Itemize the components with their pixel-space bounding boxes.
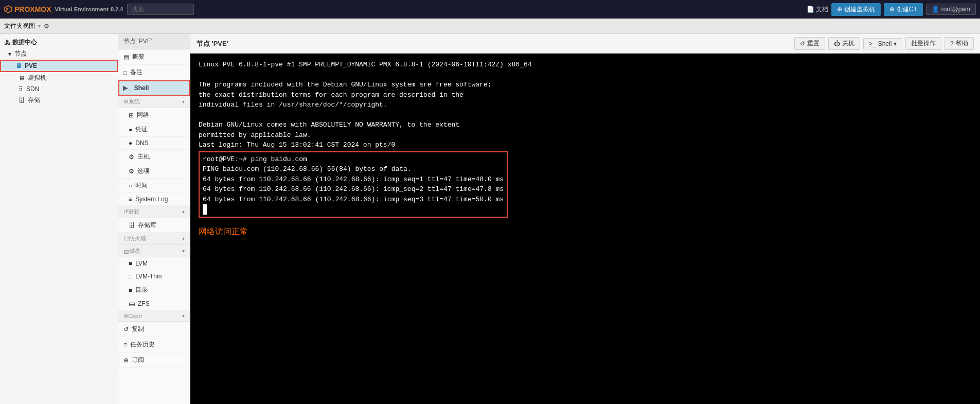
midpanel-item-subscribe[interactable]: ⊕ 订阅 (118, 353, 190, 368)
docs-icon: 📄 (807, 6, 814, 13)
sidebar-item-pve[interactable]: 🖥 PVE (0, 60, 118, 72)
midpanel-item-syslog[interactable]: ≡ System Log (118, 193, 190, 206)
shell-dropdown-icon: ▾ (894, 40, 897, 47)
midpanel-item-host[interactable]: ⚙ 主机 (118, 150, 190, 164)
sidebar-item-vm[interactable]: 🖥 虚拟机 (0, 72, 118, 84)
help-button[interactable]: ? 帮助 (945, 37, 974, 50)
folder-settings-icon[interactable]: ⚙ (44, 23, 49, 30)
shell-button[interactable]: >_ Shell ▾ (863, 38, 902, 49)
midpanel-item-lvm[interactable]: ■ LVM (118, 257, 190, 270)
term-line-9: Last login: Thu Aug 15 13:02:41 CST 2024… (199, 140, 972, 150)
midpanel-section-disk[interactable]: 🖴 磁盘 ▾ (118, 245, 190, 257)
topbar-right: 📄 文档 ⊕ 创建虚拟机 ⊕ 创建CT 👤 root@pam (807, 3, 976, 16)
folder-view-label: 文件夹视图 (4, 22, 35, 30)
logo: P PROXMOX Virtual Environment 8.2.4 (4, 5, 123, 13)
midpanel-item-shell[interactable]: ▶_ Shell (118, 80, 190, 96)
create-ct-icon: ⊕ (889, 6, 895, 13)
midpanel-item-time[interactable]: ○ 时间 (118, 179, 190, 193)
ping-output-box: root@PVE:~# ping baidu.com PING baidu.co… (199, 151, 508, 218)
create-vm-button[interactable]: ⊕ 创建虚拟机 (831, 3, 881, 16)
sidebar-item-sdn[interactable]: ⠿ SDN (0, 84, 118, 94)
midpanel-section-system[interactable]: ⚙ 系统 ▾ (118, 96, 190, 108)
update-icon: ↺ (123, 208, 128, 215)
reload-icon: ↺ (800, 40, 805, 47)
disk-icon: 🖴 (123, 248, 129, 254)
midpanel-item-tasks[interactable]: ≡ 任务历史 (118, 337, 190, 353)
dir-icon: ■ (129, 287, 132, 294)
secondbar: 文件夹视图 ▾ ⚙ (0, 19, 980, 34)
pve-node-icon: 🖥 (15, 62, 22, 69)
time-icon: ○ (129, 182, 132, 189)
ping-line-3: 64 bytes from 110.242.68.66 (110.242.68.… (203, 184, 504, 195)
firewall-chevron-icon: ▾ (182, 236, 185, 241)
notes-icon: □ (123, 69, 127, 76)
docs-button[interactable]: 📄 文档 (807, 5, 828, 14)
ping-line-2: 64 bytes from 110.242.68.66 (110.242.68.… (203, 174, 504, 185)
zfs-icon: 🖴 (129, 300, 135, 307)
options-icon: ⚙ (129, 168, 134, 175)
main-layout: 🖧 数据中心 ▾ 节点 🖥 PVE 🖥 虚拟机 ⠿ SDN 🗄 存储 节点 'P… (0, 34, 980, 404)
midpanel-item-repo[interactable]: 🗄 存储库 (118, 218, 190, 233)
midpanel-item-cert[interactable]: ● 凭证 (118, 122, 190, 137)
sidebar-item-storage[interactable]: 🗄 存储 (0, 94, 118, 106)
term-line-4: the exact distribution terms for each pr… (199, 90, 972, 100)
midpanel: 节点 'PVE' ▤ 概要 □ 备注 ▶_ Shell ⚙ 系统 ▾ ⊞ 网络 … (118, 34, 190, 404)
ceph-chevron-icon: ▾ (182, 313, 185, 319)
user-icon: 👤 (932, 6, 939, 13)
ping-cursor-line (203, 204, 504, 215)
term-line-2 (199, 70, 972, 80)
node-expand-icon: ▾ (8, 50, 11, 58)
tasks-icon: ≡ (123, 341, 127, 348)
sidebar-item-datacenter[interactable]: 🖧 数据中心 (0, 36, 118, 48)
lvmthin-icon: □ (129, 273, 132, 280)
terminal-cursor (203, 204, 207, 215)
user-menu-button[interactable]: 👤 root@pam (926, 4, 976, 15)
midpanel-section-firewall[interactable]: 🛡 防火墙 ▾ (118, 233, 190, 245)
network-notice: 网络访问正常 (199, 226, 972, 238)
shell-icon: ▶_ (123, 84, 131, 92)
content-actions: ↺ 重置 ⏻ 关机 >_ Shell ▾ 批量操作 ? 帮助 (794, 37, 974, 50)
summary-icon: ▤ (123, 54, 129, 61)
subscribe-icon: ⊕ (123, 357, 129, 364)
midpanel-item-summary[interactable]: ▤ 概要 (118, 49, 190, 65)
midpanel-item-dir[interactable]: ■ 目录 (118, 283, 190, 297)
midpanel-header: 节点 'PVE' (118, 34, 190, 49)
version-label: 8.2.4 (111, 6, 123, 12)
midpanel-section-ceph[interactable]: ⊚ Ceph ▾ (118, 310, 190, 322)
content-title: 节点 'PVE' (197, 39, 228, 48)
midpanel-item-network[interactable]: ⊞ 网络 (118, 108, 190, 122)
term-line-3: The programs included with the Debian GN… (199, 80, 972, 90)
midpanel-item-lvmthin[interactable]: □ LVM-Thin (118, 270, 190, 283)
syslog-icon: ≡ (129, 196, 132, 203)
network-icon: ⊞ (129, 112, 134, 119)
midpanel-item-zfs[interactable]: 🖴 ZFS (118, 297, 190, 310)
firewall-icon: 🛡 (123, 236, 129, 242)
lvm-icon: ■ (129, 260, 132, 267)
shell-action-icon: >_ (869, 40, 876, 47)
sdn-icon: ⠿ (19, 85, 23, 93)
batch-button[interactable]: 批量操作 (905, 37, 941, 50)
help-icon: ? (950, 40, 954, 47)
reload-button[interactable]: ↺ 重置 (794, 37, 825, 50)
midpanel-item-dns[interactable]: ● DNS (118, 137, 190, 150)
disk-chevron-icon: ▾ (182, 248, 185, 254)
midpanel-item-repl[interactable]: ↺ 复制 (118, 322, 190, 337)
sidebar-item-nodes[interactable]: ▾ 节点 (0, 48, 118, 60)
term-line-8: permitted by applicable law. (199, 130, 972, 140)
ve-label: Virtual Environment (55, 6, 109, 12)
term-line-7: Debian GNU/Linux comes with ABSOLUTELY N… (199, 120, 972, 130)
shutdown-button[interactable]: ⏻ 关机 (828, 37, 860, 50)
term-line-6 (199, 110, 972, 120)
storage-icon: 🗄 (19, 97, 25, 104)
ceph-icon: ⊚ (123, 312, 128, 319)
folder-view-chevron: ▾ (38, 23, 41, 29)
terminal[interactable]: Linux PVE 6.8.8-1-pve #1 SMP PREEMPT_DYN… (190, 54, 980, 404)
create-ct-button[interactable]: ⊕ 创建CT (884, 3, 923, 16)
midpanel-section-update[interactable]: ↺ 更新 ▾ (118, 206, 190, 218)
search-input[interactable] (127, 4, 194, 15)
midpanel-item-options[interactable]: ⚙ 选项 (118, 164, 190, 179)
update-chevron-icon: ▾ (182, 209, 185, 215)
sidebar: 🖧 数据中心 ▾ 节点 🖥 PVE 🖥 虚拟机 ⠿ SDN 🗄 存储 (0, 34, 118, 404)
proxmox-brand: PROXMOX (14, 5, 51, 13)
midpanel-item-notes[interactable]: □ 备注 (118, 65, 190, 80)
